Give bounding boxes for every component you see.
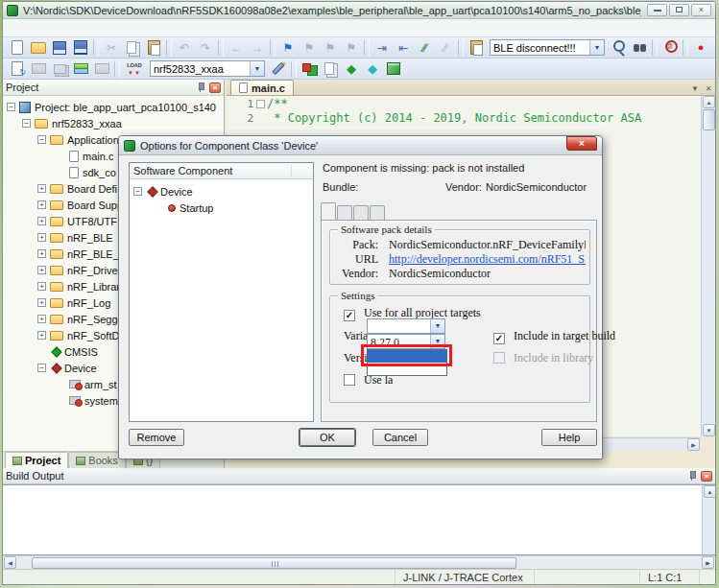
tab-books[interactable]: Books: [68, 452, 126, 468]
insert-bookmark-icon[interactable]: ⚑: [278, 39, 298, 57]
menu-item[interactable]: [7, 26, 22, 30]
tree-expander[interactable]: [22, 119, 31, 128]
panel-close-icon[interactable]: ×: [701, 471, 712, 482]
save-all-icon[interactable]: [71, 39, 90, 57]
menu-item[interactable]: [114, 26, 130, 30]
tab-list-dropdown-icon[interactable]: ▼: [688, 82, 702, 95]
scroll-left-icon[interactable]: ◀: [4, 556, 16, 569]
pin-icon[interactable]: [196, 82, 205, 92]
tree-expander[interactable]: [7, 103, 15, 111]
tree-expander[interactable]: [37, 266, 46, 274]
tree-expander[interactable]: [37, 184, 46, 193]
batch-build-icon[interactable]: [71, 60, 90, 78]
menu-item[interactable]: [53, 26, 68, 30]
menu-item[interactable]: [145, 26, 160, 30]
remove-button[interactable]: Remove: [129, 429, 184, 446]
binoculars-icon[interactable]: [630, 39, 649, 57]
tree-expander[interactable]: [37, 298, 46, 307]
clear-bookmarks-icon[interactable]: ⚑: [342, 39, 361, 57]
panel-close-icon[interactable]: ×: [209, 82, 221, 93]
target-options-icon[interactable]: [269, 60, 288, 78]
dialog-tab-cpp[interactable]: [353, 205, 369, 220]
redo-icon[interactable]: ↷: [196, 39, 215, 57]
tree-item[interactable]: nrf52833_xxaa: [5, 115, 224, 131]
breakpoint-icon[interactable]: ●: [691, 39, 710, 57]
pin-icon[interactable]: [687, 471, 697, 481]
nav-forward-icon[interactable]: →: [248, 39, 267, 57]
stop-build-icon[interactable]: [92, 60, 111, 78]
tree-expander[interactable]: [37, 233, 46, 242]
dialog-tab-memory[interactable]: [337, 205, 352, 220]
menu-item[interactable]: [84, 26, 99, 30]
build-icon[interactable]: [29, 60, 48, 78]
scroll-right-icon[interactable]: ▶: [702, 556, 714, 569]
find-combo-input[interactable]: [491, 40, 589, 55]
dialog-tab-asm[interactable]: [370, 205, 385, 220]
select-software-packs-icon[interactable]: ◆: [363, 60, 382, 78]
scroll-thumb[interactable]: [32, 557, 516, 569]
help-button[interactable]: Help: [541, 429, 597, 446]
maximize-button[interactable]: [669, 4, 689, 16]
save-icon[interactable]: [50, 39, 69, 57]
tree-expander[interactable]: [37, 282, 46, 291]
undo-icon[interactable]: ↶: [175, 39, 194, 57]
include-target-build-checkbox[interactable]: [493, 333, 505, 344]
tree-expander[interactable]: [37, 249, 46, 258]
use-latest-checkbox[interactable]: [344, 374, 355, 386]
resize-grip[interactable]: [700, 570, 715, 584]
fold-marker[interactable]: [256, 100, 265, 108]
tree-expander[interactable]: [37, 331, 46, 340]
uncomment-icon[interactable]: ∕∕: [436, 39, 455, 57]
tab-project[interactable]: Project: [5, 452, 68, 468]
target-select-input[interactable]: [151, 61, 250, 76]
use-all-targets-checkbox[interactable]: [344, 310, 355, 321]
build-hscrollbar[interactable]: ◀ ▶: [3, 555, 715, 569]
copy-icon[interactable]: [123, 39, 142, 57]
new-file-icon[interactable]: [8, 39, 27, 57]
find-in-files-icon[interactable]: [609, 39, 628, 57]
menu-item[interactable]: [37, 26, 53, 30]
scroll-down-icon[interactable]: ▼: [703, 424, 715, 436]
target-select-combo[interactable]: ▼: [150, 60, 265, 77]
tree-expander[interactable]: [37, 200, 46, 209]
pack-url-link[interactable]: http://developer.nordicsemi.com/nRF51_SD…: [389, 252, 586, 266]
include-library-checkbox[interactable]: [493, 352, 505, 364]
minimize-button[interactable]: [647, 4, 667, 16]
cut-icon[interactable]: ✂: [102, 39, 121, 57]
open-file-icon[interactable]: [29, 39, 48, 57]
menu-item[interactable]: [99, 26, 114, 30]
tree-expander[interactable]: [133, 187, 142, 196]
variant-combo[interactable]: ▼: [367, 318, 445, 334]
indent-icon[interactable]: ⇥: [372, 39, 392, 57]
scroll-right-icon[interactable]: ▶: [687, 438, 700, 451]
scroll-thumb[interactable]: [703, 109, 715, 130]
outdent-icon[interactable]: ⇤: [394, 39, 413, 57]
scroll-up-icon[interactable]: ▲: [704, 485, 715, 498]
translate-file-icon[interactable]: [8, 60, 27, 78]
chevron-down-icon[interactable]: ▼: [589, 40, 604, 55]
rebuild-icon[interactable]: [50, 60, 69, 78]
prev-bookmark-icon[interactable]: ⚑: [300, 39, 319, 57]
comment-icon[interactable]: ∕∕: [415, 39, 434, 57]
tree-expander[interactable]: [37, 217, 46, 225]
disable-breakpoint-icon[interactable]: ●: [712, 39, 716, 57]
dialog-close-button[interactable]: ×: [566, 136, 597, 151]
dialog-tab-properties[interactable]: [321, 202, 336, 220]
paste-icon[interactable]: [144, 39, 163, 57]
tab-close-icon[interactable]: ✕: [702, 82, 715, 95]
menu-item[interactable]: [160, 26, 176, 30]
tree-expander[interactable]: [37, 135, 46, 144]
next-bookmark-icon[interactable]: ⚑: [321, 39, 340, 57]
tree-expander[interactable]: [37, 315, 46, 323]
nav-back-icon[interactable]: ←: [227, 39, 246, 57]
menu-item[interactable]: [130, 26, 145, 30]
browse-symbols-icon[interactable]: [660, 39, 680, 57]
component-tree-item[interactable]: Startup: [132, 200, 311, 216]
manage-rte-icon[interactable]: ◆: [342, 60, 361, 78]
menu-item[interactable]: [22, 26, 37, 30]
close-button[interactable]: ×: [691, 4, 711, 16]
chevron-down-icon[interactable]: ▼: [250, 61, 264, 76]
configuration-wizard-icon[interactable]: [467, 39, 486, 57]
menu-item[interactable]: [68, 26, 84, 30]
manage-project-items-icon[interactable]: [300, 60, 319, 78]
